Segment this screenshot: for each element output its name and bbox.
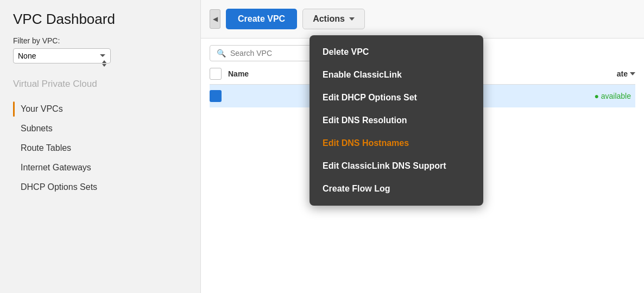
search-icon: 🔍 [217, 49, 226, 58]
dropdown-item-edit-dhcp[interactable]: Edit DHCP Options Set [310, 86, 483, 109]
sidebar-item-dhcp-options[interactable]: DHCP Options Sets [13, 177, 187, 197]
create-vpc-button[interactable]: Create VPC [226, 9, 297, 29]
dropdown-item-edit-dns-resolution[interactable]: Edit DNS Resolution [310, 109, 483, 132]
column-state-sort-icon [630, 72, 635, 75]
sidebar-item-internet-gateways[interactable]: Internet Gateways [13, 158, 187, 177]
column-name-header: Name [228, 69, 249, 78]
dropdown-item-create-flow-log[interactable]: Create Flow Log [310, 177, 483, 200]
dropdown-item-delete-vpc[interactable]: Delete VPC [310, 41, 483, 63]
toolbar: ◀ Create VPC Actions [201, 0, 644, 39]
sidebar-title: VPC Dashboard [13, 11, 187, 28]
filter-label: Filter by VPC: [13, 36, 187, 45]
chevron-down-icon [349, 17, 355, 21]
dropdown-item-edit-classiclink-dns[interactable]: Edit ClassicLink DNS Support [310, 155, 483, 177]
vpc-filter-select[interactable]: None [13, 48, 111, 63]
sidebar-item-subnets[interactable]: Subnets [13, 119, 187, 138]
sidebar-nav: Your VPCs Subnets Route Tables Internet … [13, 99, 187, 197]
actions-button[interactable]: Actions [302, 9, 365, 29]
column-state-header: ate [617, 69, 635, 78]
state-badge: ● available [594, 92, 635, 100]
collapse-sidebar-button[interactable]: ◀ [210, 9, 220, 29]
actions-dropdown-menu: Delete VPC Enable ClassicLink Edit DHCP … [310, 35, 483, 206]
row-checkbox[interactable] [210, 90, 222, 102]
select-arrows-icon [102, 60, 106, 67]
dropdown-item-edit-dns-hostnames[interactable]: Edit DNS Hostnames [310, 132, 483, 155]
sidebar: VPC Dashboard Filter by VPC: None Virtua… [0, 0, 201, 293]
header-checkbox[interactable] [210, 68, 222, 80]
sidebar-item-your-vpcs[interactable]: Your VPCs [13, 99, 187, 119]
dropdown-item-enable-classiclink[interactable]: Enable ClassicLink [310, 63, 483, 86]
sidebar-item-route-tables[interactable]: Route Tables [13, 138, 187, 158]
sidebar-section-title: Virtual Private Cloud [13, 79, 187, 90]
filter-select-wrapper[interactable]: None [13, 48, 111, 79]
main-content: ◀ Create VPC Actions 🔍 Name ate ● availa… [201, 0, 644, 293]
